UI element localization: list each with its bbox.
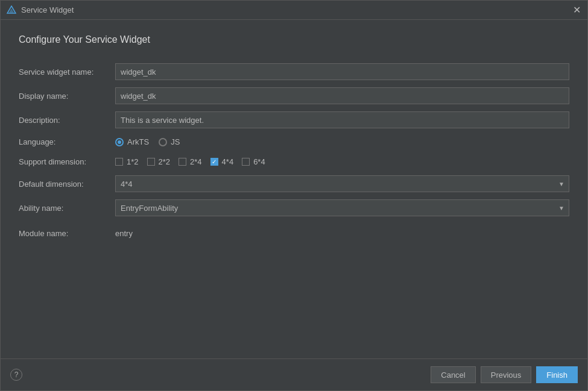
title-bar: Service Widget ✕ bbox=[1, 1, 587, 20]
ability-name-label: Ability name: bbox=[19, 196, 115, 220]
ability-name-control: EntryFormAbility ▼ bbox=[115, 196, 569, 220]
checkbox-2x2[interactable]: 2*2 bbox=[147, 157, 171, 166]
radio-js-button[interactable] bbox=[159, 138, 167, 146]
checkbox-6x4-label: 6*4 bbox=[253, 157, 265, 166]
checkbox-4x4[interactable]: 4*4 bbox=[210, 157, 234, 166]
dialog-footer: ? Cancel Previous Finish bbox=[1, 358, 587, 390]
checkbox-2x4-label: 2*4 bbox=[190, 157, 202, 166]
radio-arkts-label: ArkTS bbox=[127, 137, 149, 146]
checkbox-4x4-box[interactable] bbox=[210, 158, 218, 166]
dialog-heading: Configure Your Service Widget bbox=[19, 34, 569, 45]
language-radio-group: ArkTS JS bbox=[115, 137, 180, 146]
display-name-control bbox=[115, 84, 569, 108]
previous-button[interactable]: Previous bbox=[481, 366, 532, 383]
language-control: ArkTS JS bbox=[115, 132, 569, 152]
radio-js-label: JS bbox=[171, 137, 180, 146]
close-button[interactable]: ✕ bbox=[572, 5, 581, 15]
form-table: Service widget name: Display name: Descr… bbox=[19, 60, 569, 247]
cancel-button[interactable]: Cancel bbox=[431, 366, 475, 383]
service-widget-name-input[interactable] bbox=[115, 63, 569, 80]
display-name-input[interactable] bbox=[115, 87, 569, 104]
default-dimension-wrapper: 1*2 2*2 2*4 4*4 6*4 ▼ bbox=[115, 175, 569, 192]
ability-name-wrapper: EntryFormAbility ▼ bbox=[115, 199, 569, 216]
dialog-content: Configure Your Service Widget Service wi… bbox=[1, 20, 587, 358]
module-name-control: entry bbox=[115, 220, 569, 247]
title-bar-left: Service Widget bbox=[7, 5, 74, 15]
module-name-value: entry bbox=[115, 224, 133, 243]
module-name-label: Module name: bbox=[19, 220, 115, 247]
description-label: Description: bbox=[19, 108, 115, 132]
window-title: Service Widget bbox=[21, 5, 74, 14]
ability-name-select[interactable]: EntryFormAbility bbox=[115, 199, 569, 216]
dimension-checkbox-group: 1*2 2*2 2*4 4*4 bbox=[115, 157, 265, 166]
support-dimension-control: 1*2 2*2 2*4 4*4 bbox=[115, 152, 569, 172]
default-dimension-label: Default dimension: bbox=[19, 172, 115, 196]
checkbox-1x2-box[interactable] bbox=[115, 158, 123, 166]
service-widget-name-control bbox=[115, 60, 569, 84]
app-logo bbox=[7, 5, 16, 15]
language-label: Language: bbox=[19, 132, 115, 152]
radio-arkts-button[interactable] bbox=[115, 138, 124, 146]
checkbox-2x4[interactable]: 2*4 bbox=[179, 157, 202, 166]
support-dimension-label: Support dimension: bbox=[19, 152, 115, 172]
radio-js[interactable]: JS bbox=[159, 137, 180, 146]
help-button[interactable]: ? bbox=[10, 369, 22, 381]
footer-buttons: Cancel Previous Finish bbox=[431, 366, 578, 383]
checkbox-2x2-box[interactable] bbox=[147, 158, 155, 166]
checkbox-6x4[interactable]: 6*4 bbox=[242, 157, 265, 166]
description-input[interactable] bbox=[115, 111, 569, 128]
default-dimension-control: 1*2 2*2 2*4 4*4 6*4 ▼ bbox=[115, 172, 569, 196]
checkbox-2x4-box[interactable] bbox=[179, 158, 186, 166]
service-widget-name-label: Service widget name: bbox=[19, 60, 115, 84]
checkbox-2x2-label: 2*2 bbox=[159, 157, 171, 166]
default-dimension-select[interactable]: 1*2 2*2 2*4 4*4 6*4 bbox=[115, 175, 569, 192]
checkbox-1x2[interactable]: 1*2 bbox=[115, 157, 139, 166]
description-control bbox=[115, 108, 569, 132]
display-name-label: Display name: bbox=[19, 84, 115, 108]
checkbox-4x4-label: 4*4 bbox=[222, 157, 234, 166]
dialog-container: Service Widget ✕ Configure Your Service … bbox=[0, 0, 588, 391]
finish-button[interactable]: Finish bbox=[536, 366, 578, 383]
radio-arkts[interactable]: ArkTS bbox=[115, 137, 149, 146]
checkbox-1x2-label: 1*2 bbox=[127, 157, 139, 166]
checkbox-6x4-box[interactable] bbox=[242, 158, 250, 166]
